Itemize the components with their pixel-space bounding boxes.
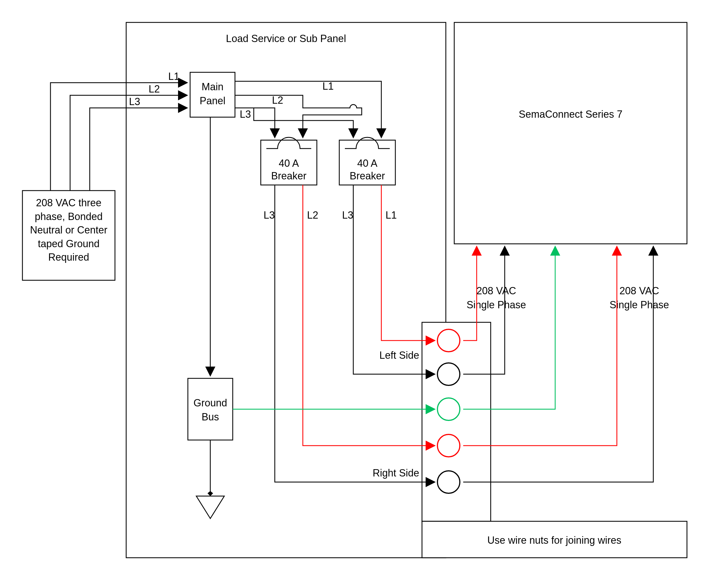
label-l2-in: L2 <box>149 83 160 95</box>
breaker1-text2: Breaker <box>271 170 306 182</box>
label-l1-mp: L1 <box>323 80 334 92</box>
ground-bus-text2: Bus <box>202 411 219 423</box>
device-box-text: SemaConnect Series 7 <box>519 108 622 120</box>
terminal-enclosure <box>422 322 491 521</box>
label-b2-l1: L1 <box>386 209 397 221</box>
terminal-ground <box>437 398 460 420</box>
left-side-label: Left Side <box>380 350 419 361</box>
terminal-l1-left <box>437 329 460 352</box>
label-b2-l3: L3 <box>342 209 353 221</box>
breaker2-text1: 40 A <box>357 158 377 169</box>
note-box-text: Use wire nuts for joining wires <box>487 534 621 546</box>
label-l1-in: L1 <box>168 71 180 82</box>
sub-panel-title: Load Service or Sub Panel <box>226 33 346 44</box>
main-panel-text1: Main <box>202 81 223 92</box>
phase-label-left2: Single Phase <box>467 299 526 311</box>
label-l2-mp: L2 <box>272 94 283 106</box>
phase-label-right2: Single Phase <box>610 299 669 311</box>
wire-dev-l3-right <box>463 247 653 482</box>
main-panel-box <box>190 72 235 117</box>
terminal-l3-left <box>437 363 460 385</box>
device-box <box>454 22 687 244</box>
label-b1-l3: L3 <box>264 209 275 221</box>
ground-bus-box <box>188 378 233 440</box>
terminal-l3-right <box>437 471 460 493</box>
supply-box-text: 208 VAC three phase, Bonded Neutral or C… <box>25 196 112 264</box>
label-l3-mp: L3 <box>240 108 251 120</box>
breaker2-text2: Breaker <box>350 170 385 182</box>
right-side-label: Right Side <box>373 467 419 479</box>
wiring-diagram: Load Service or Sub Panel 208 VAC three … <box>0 0 715 588</box>
breaker1-text1: 40 A <box>279 158 299 169</box>
main-panel-text2: Panel <box>200 95 225 106</box>
ground-bus-text1: Ground <box>193 397 227 408</box>
terminal-l2-right <box>437 435 460 457</box>
label-l3-in: L3 <box>129 96 140 107</box>
phase-label-left1: 208 VAC <box>476 285 516 296</box>
label-b1-l2: L2 <box>307 209 318 221</box>
